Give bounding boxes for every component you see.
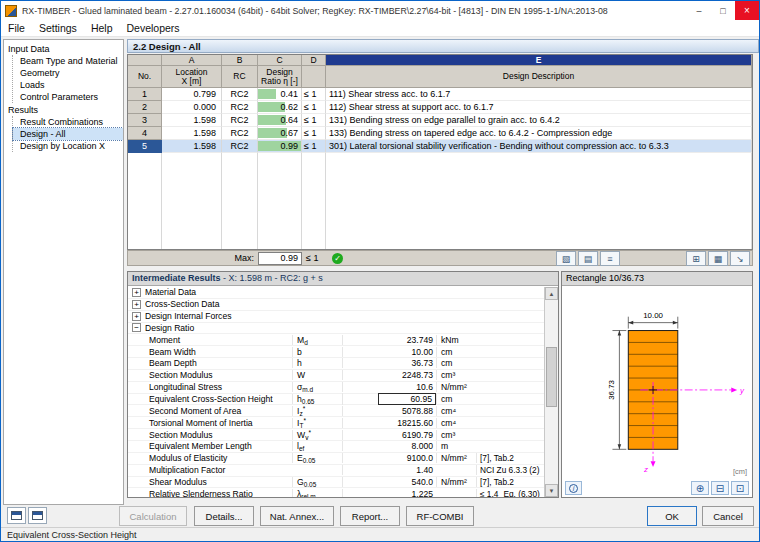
filter-rows-icon[interactable]: ▤ [578, 251, 598, 266]
result-toolbar-left: ▧▤≡ [556, 251, 620, 266]
menu-developers[interactable]: Developers [119, 20, 186, 36]
menu-settings[interactable]: Settings [32, 20, 84, 36]
tree-group-material-data[interactable]: +Material Data [128, 287, 544, 299]
tree-group-cross-section-data[interactable]: +Cross-Section Data [128, 299, 544, 311]
intermediate-row[interactable]: Shear ModulusG0,05540.0N/mm²[7], Tab.2 [128, 477, 544, 489]
sidebar-item-beam-type-and-material[interactable]: Beam Type and Material [13, 55, 123, 67]
column-letter-d[interactable]: D [302, 55, 326, 66]
intermediate-row[interactable]: Modulus of ElasticityE0,059100.0N/mm²[7]… [128, 453, 544, 465]
intermediate-row[interactable]: Beam Widthb10.00cm [128, 346, 544, 358]
zoom-window-icon[interactable]: ⊡ [731, 481, 749, 495]
intermediate-scrollbar[interactable]: ▲ ▼ [544, 287, 558, 497]
width-dimension-label: 10.00 [643, 311, 663, 320]
column-letter-b[interactable]: B [222, 55, 258, 66]
filler-cell [302, 153, 326, 249]
row-label: Beam Width [128, 347, 292, 357]
nat-annex-button[interactable]: Nat. Annex... [260, 506, 334, 526]
export-icon[interactable]: ↘ [730, 251, 750, 266]
report-button[interactable]: Report... [340, 506, 400, 526]
note-cell: NCI Zu 6.3.3 (2) [476, 465, 544, 475]
expand-icon[interactable]: + [132, 288, 141, 297]
value-cell: 10.00 [342, 347, 436, 357]
close-button[interactable]: × [735, 1, 759, 20]
value-text: 8.000 [378, 441, 436, 451]
expand-icon[interactable]: + [132, 300, 141, 309]
collapse-icon[interactable]: − [132, 323, 141, 332]
symbol-cell: lef [292, 441, 342, 451]
tree-group-design-internal-forces[interactable]: +Design Internal Forces [128, 311, 544, 323]
sidebar-item-geometry[interactable]: Geometry [13, 67, 123, 79]
row-label-text: Equivalent Cross-Section Height [149, 394, 273, 404]
value-text: 2248.73 [378, 370, 436, 380]
scroll-down-icon[interactable]: ▼ [545, 484, 558, 497]
statusbar-text: Equivalent Cross-Section Height [7, 530, 137, 540]
row-label: Equivalent Cross-Section Height [128, 394, 292, 404]
intermediate-row[interactable]: MomentMd23.749kNm [128, 334, 544, 346]
intermediate-row[interactable]: Relative Slenderness Ratioλrel,m1.225≤ 1… [128, 488, 544, 497]
sidebar-item-design-all[interactable]: Design - All [13, 128, 123, 140]
table-settings-icon[interactable]: ≡ [600, 251, 620, 266]
symbol-cell: b [292, 347, 342, 357]
zoom-out-icon[interactable]: ⊟ [711, 481, 729, 495]
value-cell: 540.0 [342, 477, 436, 487]
intermediate-row[interactable]: Second Moment of AreaIz*5078.88cm⁴ [128, 405, 544, 417]
intermediate-row[interactable]: Section ModulusWy*6190.79cm³ [128, 429, 544, 441]
dock-panel-icon[interactable] [7, 507, 26, 524]
excel-export-icon[interactable]: ▦ [708, 251, 728, 266]
menu-file[interactable]: File [1, 20, 32, 36]
maximize-button[interactable]: □ [711, 1, 735, 20]
nav-section-input-data: Input Data [4, 43, 123, 55]
table-row[interactable]: 10.799RC20.41≤ 1111) Shear stress acc. t… [128, 88, 752, 101]
intermediate-row[interactable]: Beam Depthh36.73cm [128, 358, 544, 370]
unit-cell: cm³ [436, 430, 476, 440]
details-button[interactable]: Details... [194, 506, 254, 526]
sidebar-item-control-parameters[interactable]: Control Parameters [13, 91, 123, 103]
column-letter-c[interactable]: C [258, 55, 302, 66]
column-letter-e[interactable]: E [326, 55, 752, 66]
table-row[interactable]: 31.598RC20.64≤ 1131) Bending stress on e… [128, 114, 752, 127]
ok-button[interactable]: OK [647, 506, 697, 526]
table-row[interactable]: 51.598RC20.99≤ 1301) Lateral torsional s… [128, 140, 752, 153]
menu-help[interactable]: Help [84, 20, 120, 36]
table-row[interactable]: 41.598RC20.67≤ 1133) Bending stress on t… [128, 127, 752, 140]
cancel-button[interactable]: Cancel [702, 506, 754, 526]
intermediate-row[interactable]: Equivalent Member Lengthlef8.000m [128, 441, 544, 453]
print-icon[interactable]: ⊞ [686, 251, 706, 266]
sidebar-item-loads[interactable]: Loads [13, 79, 123, 91]
intermediate-row[interactable]: Equivalent Cross-Section Heighth0,6560.9… [128, 394, 544, 406]
minimize-button[interactable]: – [687, 1, 711, 20]
expand-icon[interactable]: + [132, 312, 141, 321]
table-row[interactable]: 20.000RC20.62≤ 1112) Shear stress at sup… [128, 101, 752, 114]
dock-view-icon[interactable] [28, 507, 47, 524]
sidebar-item-result-combinations[interactable]: Result Combinations [13, 116, 123, 128]
nav-section-results: Results [4, 104, 123, 116]
row-label: Moment [128, 335, 292, 345]
info-icon: i [569, 484, 578, 493]
intermediate-row[interactable]: Section ModulusW2248.73cm³ [128, 370, 544, 382]
intermediate-body: +Material Data+Cross-Section Data+Design… [128, 287, 544, 497]
window-title: RX-TIMBER - Glued laminated beam - 2.27.… [22, 6, 687, 16]
scroll-up-icon[interactable]: ▲ [545, 287, 558, 300]
intermediate-row[interactable]: Longitudinal Stressσm,d10.6N/mm² [128, 382, 544, 394]
scrollbar-thumb[interactable] [546, 347, 557, 407]
rf-combi-button[interactable]: RF-COMBI [406, 506, 474, 526]
intermediate-row[interactable]: Torsional Moment of InertiaIT*18215.60cm… [128, 417, 544, 429]
statusbar: Equivalent Cross-Section Height [1, 527, 759, 541]
max-label: Max: [186, 253, 254, 263]
value-text: 1.40 [378, 465, 436, 475]
info-button[interactable]: i [565, 481, 582, 495]
row-label-text: Second Moment of Area [149, 406, 241, 416]
unit-cell: cm [436, 394, 476, 404]
result-toolbar-right: ⊞▦↘ [686, 251, 750, 266]
column-letter-a[interactable]: A [162, 55, 222, 66]
row-number-cell: 5 [128, 140, 162, 153]
sidebar-item-design-by-location-x[interactable]: Design by Location X [13, 140, 123, 152]
intermediate-row[interactable]: Multiplication Factor1.40NCI Zu 6.3.3 (2… [128, 465, 544, 477]
calculation-button[interactable]: Calculation [119, 506, 187, 526]
result-colors-icon[interactable]: ▧ [556, 251, 576, 266]
value-text: 10.6 [378, 382, 436, 392]
zoom-in-icon[interactable]: ⊕ [691, 481, 709, 495]
tree-group-design-ratio[interactable]: −Design Ratio [128, 323, 544, 335]
value-cell: 1.225 [342, 489, 436, 497]
corner-header-cell [128, 55, 162, 66]
